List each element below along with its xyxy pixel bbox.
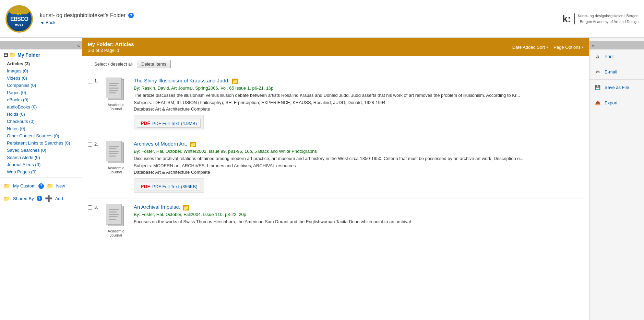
right-panel-collapse-btn[interactable]: »	[589, 41, 644, 49]
page-header: MY EBSCO HOST kunst- og designbiblioteke…	[0, 0, 644, 38]
result-checkbox[interactable]	[88, 142, 92, 147]
sidebar-item-link[interactable]: Other Content Sources (0)	[7, 133, 59, 138]
sidebar-item: Videos (0)	[0, 75, 82, 82]
sidebar-item-link[interactable]: Pages (0)	[7, 90, 26, 95]
result-folder-badge[interactable]	[232, 79, 238, 84]
folder-header-title: My Folder: Articles	[88, 41, 134, 47]
action-export[interactable]: 📤 Export	[589, 96, 644, 110]
sidebar-item-link[interactable]: Search Alerts (0)	[7, 155, 40, 160]
result-meta: By: Raskin, David. Art Journal, Spring20…	[134, 85, 584, 91]
sidebar-item: Persistent Links to Searches (0)	[0, 139, 82, 147]
sidebar-item: Pages (0)	[0, 89, 82, 96]
sidebar-item-link[interactable]: Companies (0)	[7, 83, 36, 88]
result-database: Database: Art & Architecture Complete	[134, 170, 584, 175]
my-custom-help-icon[interactable]: ?	[38, 183, 44, 189]
action-save[interactable]: 💾 Save as File	[589, 80, 644, 94]
sidebar-item-link[interactable]: audioBooks (0)	[7, 104, 37, 110]
my-folder-header: ⊟ 📁 My Folder	[0, 49, 82, 60]
sidebar-item: Search Alerts (0)	[0, 154, 82, 161]
my-custom-folder-icon: 📁	[3, 183, 10, 189]
result-title-link[interactable]: An Archival Impulse.	[134, 204, 180, 210]
result-number-col: 2.	[88, 141, 98, 147]
pagination-info: 1-3 of 3 Page: 1	[88, 48, 134, 53]
sidebar-item: Web Pages (0)	[0, 168, 82, 175]
result-title-line: An Archival Impulse.	[134, 204, 584, 210]
sidebar-item: Companies (0)	[0, 82, 82, 89]
collapse-icon: «	[77, 43, 80, 48]
save-icon: 💾	[594, 83, 602, 91]
pdf-link[interactable]: PDF Full Text	[152, 184, 179, 189]
my-custom-section: 📁 My Custom ? 📁 New	[0, 180, 82, 192]
page-options-btn[interactable]: Page Options	[553, 45, 584, 50]
sidebar-item-link[interactable]: Notes (0)	[7, 126, 25, 131]
main-layout: « ⊟ 📁 My Folder Articles (3)Images (0)Vi…	[0, 38, 644, 320]
pdf-link[interactable]: PDF Full Text	[152, 121, 179, 126]
result-checkbox[interactable]	[88, 79, 92, 83]
result-checkbox[interactable]	[88, 205, 92, 210]
k-logo: k:	[562, 13, 575, 24]
export-icon: 📤	[594, 99, 602, 107]
sidebar-item-link[interactable]: Web Pages (0)	[7, 169, 36, 174]
sidebar-item-link[interactable]: Persistent Links to Searches (0)	[7, 140, 70, 146]
result-title-link[interactable]: The Shiny Illusionism of Krauss and Judd…	[134, 78, 229, 83]
action-email[interactable]: ✉ E-mail	[589, 65, 644, 79]
export-label: Export	[605, 100, 618, 105]
pdf-btn[interactable]: PDF PDF Full Text (4.9MB)	[137, 119, 201, 128]
journal-type-label: Academic Journal	[102, 166, 130, 174]
sidebar-item-link[interactable]: Holds (0)	[7, 112, 25, 117]
sidebar-item-link[interactable]: Articles (3)	[7, 61, 30, 66]
result-content: An Archival Impulse. By: Foster, Hal. Oc…	[134, 204, 584, 226]
new-folder-btn[interactable]: 📁	[47, 183, 53, 189]
add-btn[interactable]: ➕	[45, 195, 52, 202]
new-label[interactable]: New	[56, 183, 65, 188]
action-print[interactable]: 🖨 Print	[589, 49, 644, 63]
result-folder-badge[interactable]	[183, 205, 189, 210]
my-custom-label[interactable]: My Custom	[13, 183, 36, 188]
result-number: 2.	[94, 141, 101, 147]
content-area: My Folder: Articles 1-3 of 3 Page: 1 Dat…	[82, 38, 589, 320]
sidebar-item-link[interactable]: Checkouts (0)	[7, 119, 35, 124]
pdf-btn[interactable]: PDF PDF Full Text (856KB)	[137, 182, 201, 191]
journal-icon: Academic Journal	[102, 204, 130, 237]
sidebar-item: Saved Searches (0)	[0, 147, 82, 154]
my-folder-label[interactable]: My Folder	[17, 52, 40, 58]
institution-name: Kunst- og designhøgskolen i Bergen Berge…	[578, 13, 639, 24]
select-all-label[interactable]: Select / deselect all	[88, 61, 133, 67]
sidebar-item-link[interactable]: eBooks (0)	[7, 97, 28, 102]
result-meta: By: Foster, Hal. October, Fall2004, Issu…	[134, 212, 584, 217]
journal-type-label: Academic Journal	[102, 229, 130, 237]
results-list: 1. Academic Journal	[82, 72, 589, 243]
result-folder-badge[interactable]	[190, 142, 196, 147]
folder-results-header: My Folder: Articles 1-3 of 3 Page: 1 Dat…	[82, 38, 589, 56]
result-item: 2. Academic Journal	[88, 135, 584, 198]
sidebar-item-link[interactable]: Saved Searches (0)	[7, 148, 46, 153]
result-icon-col: Academic Journal	[102, 204, 130, 237]
sidebar-item: Images (0)	[0, 67, 82, 75]
delete-items-btn[interactable]: Delete Items	[137, 60, 171, 68]
result-item: 1. Academic Journal	[88, 72, 584, 135]
email-label: E-mail	[605, 69, 617, 75]
date-added-sort-btn[interactable]: Date Added Sort	[512, 45, 548, 50]
result-number: 3.	[94, 205, 101, 210]
folder-header-left: My Folder: Articles 1-3 of 3 Page: 1	[88, 41, 134, 53]
select-all-checkbox[interactable]	[88, 62, 92, 66]
sidebar-item-link[interactable]: Journal Alerts (0)	[7, 162, 40, 167]
results-toolbar: Select / deselect all Delete Items	[82, 56, 589, 72]
back-link[interactable]: ◄ Back	[40, 20, 134, 25]
print-label: Print	[605, 54, 614, 59]
shared-by-help-icon[interactable]: ?	[37, 196, 42, 201]
shared-by-label[interactable]: Shared By	[13, 196, 34, 201]
sidebar-collapse-btn[interactable]: «	[0, 41, 82, 49]
journal-type-label: Academic Journal	[102, 103, 130, 111]
sidebar-item: Checkouts (0)	[0, 118, 82, 125]
sidebar-item-link[interactable]: Images (0)	[7, 68, 28, 73]
add-label[interactable]: Add	[55, 196, 63, 201]
help-icon[interactable]: ?	[128, 13, 134, 18]
folder-header-right: Date Added Sort Page Options	[512, 45, 584, 50]
folder-title-area: kunst- og designbiblioteket's Folder ? ◄…	[40, 12, 134, 25]
shared-by-section: 📁 Shared By ? ➕ Add	[0, 192, 82, 205]
right-panel-actions: 🖨 Print ✉ E-mail 💾 Save as File 📤 Export	[589, 49, 644, 110]
sidebar-item-link[interactable]: Videos (0)	[7, 76, 27, 81]
page-title: kunst- og designbiblioteket's Folder ?	[40, 12, 134, 19]
result-title-link[interactable]: Archives of Modern Art.	[134, 141, 187, 147]
